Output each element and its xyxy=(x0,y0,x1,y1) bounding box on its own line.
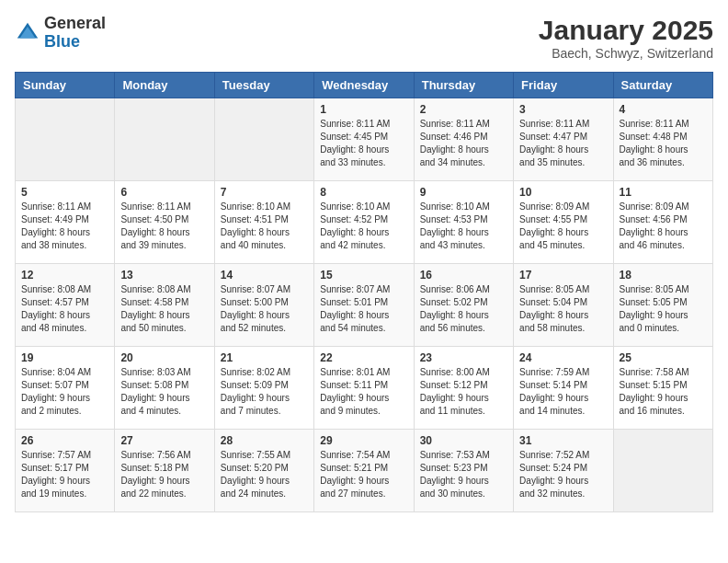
day-number: 10 xyxy=(519,186,607,199)
day-number: 18 xyxy=(620,269,707,282)
day-info: Sunrise: 8:00 AM Sunset: 5:12 PM Dayligh… xyxy=(420,366,507,418)
day-info: Sunrise: 7:58 AM Sunset: 5:15 PM Dayligh… xyxy=(620,366,707,418)
day-header-tuesday: Tuesday xyxy=(214,73,313,98)
calendar-cell: 21Sunrise: 8:02 AM Sunset: 5:09 PM Dayli… xyxy=(214,347,313,430)
day-number: 27 xyxy=(120,434,208,447)
day-number: 17 xyxy=(519,269,607,282)
day-info: Sunrise: 8:05 AM Sunset: 5:04 PM Dayligh… xyxy=(519,283,607,335)
day-number: 3 xyxy=(519,103,607,116)
calendar-cell: 25Sunrise: 7:58 AM Sunset: 5:15 PM Dayli… xyxy=(613,347,712,430)
day-number: 22 xyxy=(320,351,407,364)
day-number: 2 xyxy=(420,103,507,116)
week-row-5: 26Sunrise: 7:57 AM Sunset: 5:17 PM Dayli… xyxy=(16,430,713,512)
day-info: Sunrise: 8:01 AM Sunset: 5:11 PM Dayligh… xyxy=(320,366,407,418)
calendar-cell: 14Sunrise: 8:07 AM Sunset: 5:00 PM Dayli… xyxy=(214,264,313,347)
day-info: Sunrise: 8:10 AM Sunset: 4:53 PM Dayligh… xyxy=(420,201,507,252)
week-row-3: 12Sunrise: 8:08 AM Sunset: 4:57 PM Dayli… xyxy=(16,264,713,347)
day-number: 13 xyxy=(120,269,208,282)
calendar-cell: 30Sunrise: 7:53 AM Sunset: 5:23 PM Dayli… xyxy=(414,430,513,512)
day-number: 28 xyxy=(221,434,308,447)
calendar-cell: 26Sunrise: 7:57 AM Sunset: 5:17 PM Dayli… xyxy=(16,430,115,512)
day-info: Sunrise: 8:09 AM Sunset: 4:56 PM Dayligh… xyxy=(620,201,707,252)
day-number: 29 xyxy=(320,434,407,447)
calendar-cell xyxy=(214,98,313,181)
day-header-thursday: Thursday xyxy=(414,73,513,98)
day-header-saturday: Saturday xyxy=(613,73,712,98)
week-row-4: 19Sunrise: 8:04 AM Sunset: 5:07 PM Dayli… xyxy=(16,347,713,430)
calendar-cell: 12Sunrise: 8:08 AM Sunset: 4:57 PM Dayli… xyxy=(16,264,115,347)
logo-icon xyxy=(15,20,40,46)
logo-general: General xyxy=(44,14,106,32)
week-row-1: 1Sunrise: 8:11 AM Sunset: 4:45 PM Daylig… xyxy=(16,98,713,181)
calendar-cell xyxy=(16,98,115,181)
calendar-cell: 20Sunrise: 8:03 AM Sunset: 5:08 PM Dayli… xyxy=(115,347,214,430)
day-info: Sunrise: 7:52 AM Sunset: 5:24 PM Dayligh… xyxy=(519,449,607,500)
calendar-cell: 31Sunrise: 7:52 AM Sunset: 5:24 PM Dayli… xyxy=(514,430,613,512)
day-number: 24 xyxy=(519,351,607,364)
logo-text: General Blue xyxy=(44,15,106,52)
day-info: Sunrise: 8:11 AM Sunset: 4:48 PM Dayligh… xyxy=(620,118,707,169)
day-header-sunday: Sunday xyxy=(16,73,115,98)
calendar-cell: 1Sunrise: 8:11 AM Sunset: 4:45 PM Daylig… xyxy=(314,98,414,181)
calendar-cell: 28Sunrise: 7:55 AM Sunset: 5:20 PM Dayli… xyxy=(214,430,313,512)
logo-blue: Blue xyxy=(44,32,80,51)
calendar-cell: 6Sunrise: 8:11 AM Sunset: 4:50 PM Daylig… xyxy=(115,181,214,264)
day-info: Sunrise: 7:59 AM Sunset: 5:14 PM Dayligh… xyxy=(519,366,607,418)
day-number: 14 xyxy=(221,269,308,282)
calendar-cell: 3Sunrise: 8:11 AM Sunset: 4:47 PM Daylig… xyxy=(514,98,613,181)
day-number: 21 xyxy=(221,351,308,364)
day-info: Sunrise: 8:10 AM Sunset: 4:51 PM Dayligh… xyxy=(221,201,308,252)
day-number: 15 xyxy=(320,269,407,282)
calendar-cell: 29Sunrise: 7:54 AM Sunset: 5:21 PM Dayli… xyxy=(314,430,414,512)
day-number: 11 xyxy=(620,186,707,199)
logo: General Blue xyxy=(15,15,106,52)
day-info: Sunrise: 8:07 AM Sunset: 5:00 PM Dayligh… xyxy=(221,283,308,335)
calendar-cell: 13Sunrise: 8:08 AM Sunset: 4:58 PM Dayli… xyxy=(115,264,214,347)
day-info: Sunrise: 8:09 AM Sunset: 4:55 PM Dayligh… xyxy=(519,201,607,252)
title-block: January 2025 Baech, Schwyz, Switzerland xyxy=(539,15,713,61)
calendar-cell: 8Sunrise: 8:10 AM Sunset: 4:52 PM Daylig… xyxy=(314,181,414,264)
calendar-cell: 17Sunrise: 8:05 AM Sunset: 5:04 PM Dayli… xyxy=(514,264,613,347)
day-number: 23 xyxy=(420,351,507,364)
day-number: 20 xyxy=(120,351,208,364)
calendar-cell: 9Sunrise: 8:10 AM Sunset: 4:53 PM Daylig… xyxy=(414,181,513,264)
day-header-monday: Monday xyxy=(115,73,214,98)
day-info: Sunrise: 8:11 AM Sunset: 4:50 PM Dayligh… xyxy=(120,201,208,252)
day-header-friday: Friday xyxy=(514,73,613,98)
calendar-title: January 2025 xyxy=(539,15,713,46)
day-info: Sunrise: 8:08 AM Sunset: 4:57 PM Dayligh… xyxy=(21,283,108,335)
day-info: Sunrise: 8:11 AM Sunset: 4:47 PM Dayligh… xyxy=(519,118,607,169)
calendar-subtitle: Baech, Schwyz, Switzerland xyxy=(539,46,713,61)
calendar-cell: 16Sunrise: 8:06 AM Sunset: 5:02 PM Dayli… xyxy=(414,264,513,347)
calendar-cell xyxy=(613,430,712,512)
day-info: Sunrise: 7:55 AM Sunset: 5:20 PM Dayligh… xyxy=(221,449,308,500)
day-number: 6 xyxy=(120,186,208,199)
day-info: Sunrise: 8:11 AM Sunset: 4:45 PM Dayligh… xyxy=(320,118,407,169)
day-number: 25 xyxy=(620,351,707,364)
calendar-cell: 7Sunrise: 8:10 AM Sunset: 4:51 PM Daylig… xyxy=(214,181,313,264)
day-info: Sunrise: 8:11 AM Sunset: 4:49 PM Dayligh… xyxy=(21,201,108,252)
day-number: 9 xyxy=(420,186,507,199)
day-number: 30 xyxy=(420,434,507,447)
day-info: Sunrise: 7:54 AM Sunset: 5:21 PM Dayligh… xyxy=(320,449,407,500)
day-info: Sunrise: 8:04 AM Sunset: 5:07 PM Dayligh… xyxy=(21,366,108,418)
day-info: Sunrise: 8:06 AM Sunset: 5:02 PM Dayligh… xyxy=(420,283,507,335)
calendar-header-row: SundayMondayTuesdayWednesdayThursdayFrid… xyxy=(16,73,713,98)
calendar-cell: 11Sunrise: 8:09 AM Sunset: 4:56 PM Dayli… xyxy=(613,181,712,264)
calendar-cell: 2Sunrise: 8:11 AM Sunset: 4:46 PM Daylig… xyxy=(414,98,513,181)
calendar-cell: 18Sunrise: 8:05 AM Sunset: 5:05 PM Dayli… xyxy=(613,264,712,347)
day-number: 12 xyxy=(21,269,108,282)
calendar-cell xyxy=(115,98,214,181)
day-number: 5 xyxy=(21,186,108,199)
day-number: 4 xyxy=(620,103,707,116)
day-number: 1 xyxy=(320,103,407,116)
calendar-cell: 22Sunrise: 8:01 AM Sunset: 5:11 PM Dayli… xyxy=(314,347,414,430)
day-info: Sunrise: 8:05 AM Sunset: 5:05 PM Dayligh… xyxy=(620,283,707,335)
calendar-cell: 24Sunrise: 7:59 AM Sunset: 5:14 PM Dayli… xyxy=(514,347,613,430)
day-info: Sunrise: 7:57 AM Sunset: 5:17 PM Dayligh… xyxy=(21,449,108,500)
calendar-cell: 10Sunrise: 8:09 AM Sunset: 4:55 PM Dayli… xyxy=(514,181,613,264)
calendar-cell: 23Sunrise: 8:00 AM Sunset: 5:12 PM Dayli… xyxy=(414,347,513,430)
week-row-2: 5Sunrise: 8:11 AM Sunset: 4:49 PM Daylig… xyxy=(16,181,713,264)
day-info: Sunrise: 8:08 AM Sunset: 4:58 PM Dayligh… xyxy=(120,283,208,335)
calendar-cell: 19Sunrise: 8:04 AM Sunset: 5:07 PM Dayli… xyxy=(16,347,115,430)
